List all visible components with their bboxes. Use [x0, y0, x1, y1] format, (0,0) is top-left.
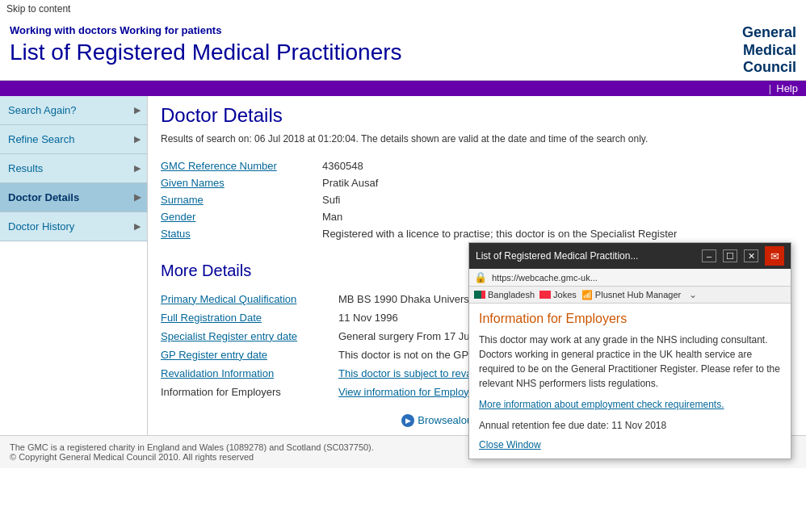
chevron-right-icon: ▶: [134, 221, 141, 232]
field-label-gp-reg: GP Register entry date: [161, 349, 338, 361]
popup-url-text: https://webcache.gmc-uk...: [492, 273, 786, 283]
sidebar-item-label: Refine Search: [8, 133, 74, 145]
field-value-gmc: 4360548: [322, 160, 363, 172]
popup-minimize-button[interactable]: –: [702, 249, 716, 262]
field-label-specialist-reg: Specialist Register entry date: [161, 330, 338, 342]
popup-title: List of Registered Medical Practition...: [476, 250, 695, 262]
search-date-text: Results of search on: 06 Jul 2018 at 01:…: [161, 133, 793, 145]
table-row: Status Registered with a licence to prac…: [161, 225, 793, 242]
logo-line1: General: [742, 24, 796, 42]
given-names-link[interactable]: Given Names: [161, 177, 225, 189]
field-label-full-reg: Full Registration Date: [161, 312, 338, 324]
field-label-gmc: GMC Reference Number: [161, 160, 322, 172]
sidebar-item-results[interactable]: Results ▶: [0, 154, 147, 183]
popup-close-window-link[interactable]: Close Window: [479, 439, 541, 450]
popup-bookmarks-bar: Bangladesh Jokes 📶 Plusnet Hub Manager ⌄: [469, 287, 791, 304]
field-label-revalidation: Revalidation Information: [161, 367, 338, 379]
field-label-given-names: Given Names: [161, 177, 322, 189]
nav-separator: |: [769, 82, 771, 94]
gp-reg-link[interactable]: GP Register entry date: [161, 349, 267, 361]
field-value-pmq: MB BS 1990 Dhaka University: [338, 293, 480, 305]
sidebar: Search Again? ▶ Refine Search ▶ Results …: [0, 96, 148, 435]
employers-label-text: Information for Employers: [161, 386, 281, 398]
header-left: Working with doctors Working for patient…: [10, 24, 402, 65]
chevron-right-icon: ▶: [134, 192, 141, 203]
bookmarks-more-button[interactable]: ⌄: [689, 289, 697, 300]
popup-urlbar: 🔒 https://webcache.gmc-uk...: [469, 269, 791, 287]
sidebar-item-label: Doctor Details: [8, 191, 79, 203]
chevron-right-icon: ▶: [134, 105, 141, 115]
popup-more-info: More information about employment check …: [479, 397, 781, 412]
header-title: List of Registered Medical Practitioners: [10, 40, 402, 65]
chevron-right-icon: ▶: [134, 134, 141, 145]
field-value-employers: View information for Employers: [338, 386, 484, 398]
employers-value-link[interactable]: View information for Employers: [338, 386, 484, 398]
table-row: GMC Reference Number 4360548: [161, 157, 793, 174]
page-heading: Doctor Details: [161, 104, 793, 127]
field-label-surname: Surname: [161, 194, 322, 206]
field-value-full-reg: 11 Nov 1996: [338, 312, 398, 324]
table-row: Surname Sufi: [161, 191, 793, 208]
field-value-given-names: Pratik Ausaf: [322, 177, 378, 189]
sidebar-item-search-again[interactable]: Search Again? ▶: [0, 96, 147, 125]
popup-window: List of Registered Medical Practition...…: [468, 242, 791, 459]
popup-body-text: This doctor may work at any grade in the…: [479, 333, 781, 391]
revalidation-link[interactable]: Revalidation Information: [161, 367, 274, 379]
field-label-pmq: Primary Medical Qualification: [161, 293, 338, 305]
bookmark-jokes[interactable]: Jokes: [539, 290, 577, 300]
field-value-surname: Sufi: [322, 194, 340, 206]
field-value-status: Registered with a licence to practise; t…: [322, 228, 677, 240]
browsealoud-link[interactable]: ▶ Browsealoud: [401, 414, 478, 427]
field-value-gender: Man: [322, 211, 342, 223]
popup-email-icon[interactable]: ✉: [765, 246, 784, 266]
field-label-employers: Information for Employers: [161, 386, 338, 398]
logo-line3: Council: [742, 59, 796, 77]
table-row: Given Names Pratik Ausaf: [161, 174, 793, 191]
sidebar-item-refine-search[interactable]: Refine Search ▶: [0, 125, 147, 154]
popup-close-button[interactable]: ✕: [744, 249, 758, 262]
sidebar-item-label: Results: [8, 162, 43, 174]
plusnet-icon: 📶: [581, 290, 593, 300]
bookmark-plusnet-label: Plusnet Hub Manager: [595, 290, 681, 300]
field-label-gender: Gender: [161, 211, 322, 223]
bookmark-jokes-label: Jokes: [553, 290, 577, 300]
sidebar-item-label: Search Again?: [8, 104, 77, 116]
page-header: Working with doctors Working for patient…: [0, 18, 806, 81]
sidebar-item-label: Doctor History: [8, 220, 74, 232]
table-row: Gender Man: [161, 208, 793, 225]
bookmark-bangladesh[interactable]: Bangladesh: [474, 290, 535, 300]
pmq-link[interactable]: Primary Medical Qualification: [161, 293, 296, 305]
popup-titlebar: List of Registered Medical Practition...…: [469, 243, 791, 269]
popup-heading: Information for Employers: [479, 312, 781, 326]
chevron-right-icon: ▶: [134, 163, 141, 174]
header-tagline: Working with doctors Working for patient…: [10, 24, 402, 36]
header-logo: General Medical Council: [742, 24, 796, 77]
jokes-flag-icon: [539, 291, 551, 299]
bookmark-plusnet[interactable]: 📶 Plusnet Hub Manager: [581, 290, 681, 300]
full-reg-link[interactable]: Full Registration Date: [161, 312, 262, 324]
gender-link[interactable]: Gender: [161, 211, 195, 223]
logo-line2: Medical: [742, 42, 796, 60]
popup-maximize-button[interactable]: ☐: [723, 249, 737, 262]
sidebar-item-doctor-history[interactable]: Doctor History ▶: [0, 212, 147, 241]
help-link[interactable]: Help: [776, 82, 798, 94]
popup-more-info-link[interactable]: More information about employment check …: [479, 399, 724, 410]
field-label-status: Status: [161, 228, 322, 240]
gmc-reference-link[interactable]: GMC Reference Number: [161, 160, 277, 172]
bangladesh-flag-icon: [474, 291, 485, 299]
browsealoud-icon: ▶: [401, 414, 414, 427]
status-link[interactable]: Status: [161, 228, 191, 240]
popup-retention-text: Annual retention fee due date: 11 Nov 20…: [479, 418, 781, 433]
lock-icon: 🔒: [474, 271, 487, 283]
sidebar-item-doctor-details[interactable]: Doctor Details ▶: [0, 183, 147, 212]
surname-link[interactable]: Surname: [161, 194, 204, 206]
bookmark-bangladesh-label: Bangladesh: [488, 290, 535, 300]
popup-content-area: Information for Employers This doctor ma…: [469, 304, 791, 459]
nav-bar: | Help: [0, 81, 806, 96]
specialist-reg-link[interactable]: Specialist Register entry date: [161, 330, 297, 342]
skip-to-content-link[interactable]: Skip to content: [0, 0, 806, 18]
doctor-details-table: GMC Reference Number 4360548 Given Names…: [161, 157, 793, 242]
